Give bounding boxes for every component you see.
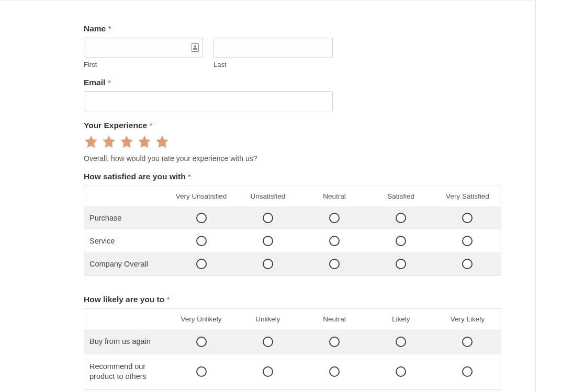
likely-col-header: Very Likely: [434, 309, 501, 329]
satisfaction-matrix-header: Very Unsatisfied Unsatisfied Neutral Sat…: [84, 186, 501, 206]
likely-row-buy-again: Buy from us again: [84, 329, 501, 354]
first-name-col: First: [84, 38, 203, 68]
star-icon[interactable]: [84, 134, 98, 149]
satisfaction-col-header: Very Satisfied: [434, 186, 501, 206]
likely-row-label: Recommend our product to others: [84, 354, 168, 389]
email-required-asterisk: *: [108, 78, 111, 87]
email-field-group: Email *: [84, 78, 452, 111]
star-rating: [84, 134, 452, 149]
satisfaction-row-purchase: Purchase: [84, 206, 501, 229]
name-label-text: Name: [84, 24, 106, 33]
star-icon[interactable]: [102, 134, 116, 149]
likely-row-recommend: Recommend our product to others: [84, 354, 501, 389]
star-icon[interactable]: [137, 134, 152, 149]
first-name-sublabel: First: [84, 61, 203, 68]
experience-field-group: Your Experience * Overall, how would you…: [84, 121, 452, 163]
first-name-input-wrap: [84, 38, 203, 57]
radio-buy-very-unlikely[interactable]: [196, 337, 207, 347]
satisfaction-required-asterisk: *: [188, 172, 191, 181]
star-icon[interactable]: [155, 134, 170, 149]
satisfaction-col-header: Unsatisfied: [234, 186, 301, 206]
likely-col-header: Very Unlikely: [168, 309, 234, 329]
first-name-input[interactable]: [84, 38, 203, 57]
experience-label-text: Your Experience: [84, 121, 147, 130]
satisfaction-col-header: Very Unsatisfied: [168, 186, 234, 206]
radio-recommend-unlikely[interactable]: [263, 366, 273, 377]
satisfaction-col-header: Satisfied: [368, 186, 434, 206]
matrix-header-spacer: [84, 313, 168, 326]
radio-recommend-very-unlikely[interactable]: [196, 366, 207, 377]
radio-recommend-neutral[interactable]: [329, 366, 340, 377]
likely-matrix-header: Very Unlikely Unlikely Neutral Likely Ve…: [84, 309, 501, 329]
matrix-header-spacer: [84, 190, 168, 203]
email-label-text: Email: [84, 78, 105, 87]
radio-company-neutral[interactable]: [329, 259, 340, 269]
satisfaction-row-label: Service: [84, 229, 168, 252]
radio-service-very-satisfied[interactable]: [462, 236, 473, 246]
form-container: Name * First Last Email * Yo: [0, 0, 536, 392]
experience-hint: Overall, how would you rate your experie…: [84, 154, 452, 163]
satisfaction-label-text: How satisfied are you with: [84, 172, 186, 181]
radio-service-very-unsatisfied[interactable]: [196, 236, 207, 246]
email-label: Email *: [84, 78, 452, 87]
likely-row-label: Buy from us again: [84, 329, 168, 354]
contact-card-icon: [192, 43, 199, 52]
name-required-asterisk: *: [108, 24, 111, 33]
satisfaction-row-service: Service: [84, 229, 501, 252]
radio-purchase-unsatisfied[interactable]: [263, 213, 273, 223]
likely-col-header: Unlikely: [234, 309, 301, 329]
name-label: Name *: [84, 24, 452, 33]
radio-purchase-satisfied[interactable]: [396, 213, 406, 223]
likely-field-group: How likely are you to * Very Unlikely Un…: [84, 295, 452, 390]
experience-label: Your Experience *: [84, 121, 452, 130]
radio-company-very-satisfied[interactable]: [462, 259, 473, 269]
last-name-input[interactable]: [214, 38, 333, 57]
radio-buy-likely[interactable]: [396, 337, 406, 347]
radio-purchase-neutral[interactable]: [329, 213, 340, 223]
star-icon[interactable]: [119, 134, 134, 149]
radio-buy-very-likely[interactable]: [462, 337, 473, 347]
radio-service-satisfied[interactable]: [396, 236, 406, 246]
satisfaction-matrix: Very Unsatisfied Unsatisfied Neutral Sat…: [84, 186, 501, 276]
radio-company-unsatisfied[interactable]: [263, 259, 273, 269]
experience-required-asterisk: *: [150, 121, 153, 130]
satisfaction-col-header: Neutral: [301, 186, 367, 206]
radio-service-unsatisfied[interactable]: [263, 236, 273, 246]
last-name-col: Last: [214, 38, 333, 68]
last-name-sublabel: Last: [214, 61, 333, 68]
radio-recommend-very-likely[interactable]: [462, 366, 473, 377]
satisfaction-field-group: How satisfied are you with * Very Unsati…: [84, 172, 452, 276]
likely-label: How likely are you to *: [84, 295, 452, 304]
radio-service-neutral[interactable]: [329, 236, 340, 246]
radio-purchase-very-unsatisfied[interactable]: [196, 213, 207, 223]
email-input[interactable]: [84, 91, 333, 111]
radio-buy-unlikely[interactable]: [263, 337, 273, 347]
satisfaction-row-label: Purchase: [84, 206, 168, 229]
radio-recommend-likely[interactable]: [396, 366, 406, 377]
radio-buy-neutral[interactable]: [329, 337, 340, 347]
name-inputs-row: First Last: [84, 38, 452, 68]
likely-required-asterisk: *: [167, 295, 170, 304]
satisfaction-label: How satisfied are you with *: [84, 172, 452, 181]
radio-purchase-very-satisfied[interactable]: [462, 213, 473, 223]
likely-col-header: Likely: [368, 309, 434, 329]
likely-col-header: Neutral: [301, 309, 367, 329]
likely-label-text: How likely are you to: [84, 295, 164, 304]
radio-company-satisfied[interactable]: [396, 259, 406, 269]
likely-matrix: Very Unlikely Unlikely Neutral Likely Ve…: [84, 308, 501, 390]
name-field-group: Name * First Last: [84, 24, 452, 68]
radio-company-very-unsatisfied[interactable]: [196, 259, 207, 269]
satisfaction-row-label: Company Overall: [84, 252, 168, 275]
satisfaction-row-company: Company Overall: [84, 252, 501, 275]
